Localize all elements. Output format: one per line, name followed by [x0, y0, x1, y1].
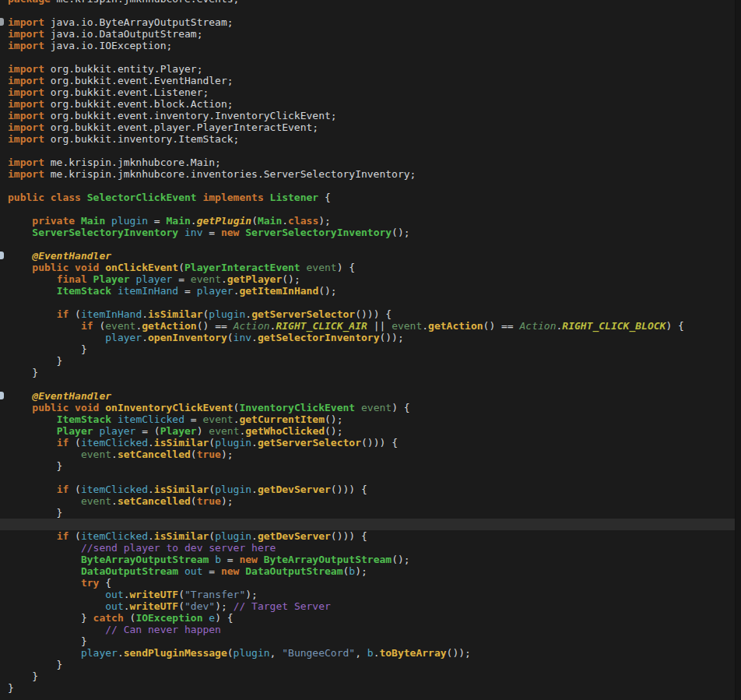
- code-token-com[interactable]: // Target Server: [234, 600, 331, 612]
- code-token-pl[interactable]: [8, 425, 57, 437]
- code-line[interactable]: import org.bukkit.event.Listener;: [8, 86, 735, 98]
- code-token-cls[interactable]: ServerSelectoryInventory: [32, 227, 178, 238]
- code-token-pl[interactable]: [8, 565, 81, 577]
- code-token-var[interactable]: plugin: [215, 530, 251, 542]
- code-line[interactable]: public void onClickEvent(PlayerInteractE…: [8, 262, 735, 273]
- code-token-pl[interactable]: [8, 390, 32, 402]
- code-token-prm[interactable]: event: [105, 320, 135, 332]
- code-token-pl[interactable]: (: [124, 612, 136, 624]
- code-token-prm[interactable]: event: [202, 413, 233, 425]
- code-token-cls[interactable]: ItemStack: [57, 413, 111, 425]
- code-token-pl[interactable]: );: [221, 495, 234, 507]
- code-token-pl[interactable]: ) {: [392, 402, 409, 413]
- code-token-pl[interactable]: );: [215, 600, 233, 612]
- code-token-pl[interactable]: ();: [282, 273, 300, 285]
- code-line[interactable]: @EventHandler: [8, 250, 735, 262]
- code-line[interactable]: }: [8, 507, 735, 519]
- code-line[interactable]: try {: [8, 577, 735, 589]
- code-line[interactable]: if (itemClicked.isSimilar(plugin.getDevS…: [8, 530, 735, 542]
- code-token-pl[interactable]: [75, 215, 81, 227]
- code-token-kw[interactable]: import: [8, 86, 44, 98]
- code-line[interactable]: [8, 180, 735, 192]
- code-token-mth[interactable]: getCurrentItem: [239, 413, 325, 425]
- code-line[interactable]: }: [8, 367, 735, 378]
- code-token-pl[interactable]: [8, 285, 57, 297]
- code-token-mth[interactable]: writeUTF: [130, 589, 179, 600]
- code-token-kw[interactable]: public void: [32, 262, 105, 273]
- code-token-pl[interactable]: ||: [367, 320, 392, 332]
- code-token-pl[interactable]: org.bukkit.inventory.ItemStack;: [44, 133, 239, 145]
- code-line[interactable]: DataOutputStream out = new DataOutputStr…: [8, 565, 735, 577]
- code-token-cls[interactable]: Player: [160, 425, 197, 437]
- code-token-kw[interactable]: try: [81, 577, 99, 589]
- code-token-pl[interactable]: .: [118, 647, 124, 659]
- code-token-pl[interactable]: {: [318, 192, 331, 203]
- code-token-pl[interactable]: ());: [379, 332, 403, 343]
- code-token-pl[interactable]: );: [245, 589, 258, 600]
- code-line[interactable]: [8, 378, 735, 390]
- code-token-pl[interactable]: ): [197, 425, 209, 437]
- code-line[interactable]: [8, 238, 735, 250]
- code-token-pl[interactable]: ())) {: [331, 484, 367, 495]
- code-token-mth[interactable]: getAction: [142, 320, 196, 332]
- code-token-pl[interactable]: .: [124, 600, 130, 612]
- code-line[interactable]: import java.io.DataOutputStream;: [8, 28, 735, 40]
- code-token-kw[interactable]: new: [221, 227, 239, 238]
- code-token-kw[interactable]: final: [57, 273, 87, 285]
- code-token-pl[interactable]: [111, 413, 118, 425]
- code-token-pl[interactable]: }: [8, 612, 93, 624]
- code-token-const[interactable]: RIGHT_CLICK_AIR: [276, 320, 367, 332]
- code-token-prm[interactable]: event: [81, 448, 111, 460]
- code-token-var[interactable]: out: [105, 600, 123, 612]
- code-token-mth[interactable]: getServerSelector: [258, 437, 361, 448]
- code-token-pl[interactable]: [8, 308, 57, 320]
- code-line[interactable]: }: [8, 635, 735, 647]
- code-token-pl[interactable]: [105, 215, 111, 227]
- code-token-prm[interactable]: event: [191, 273, 221, 285]
- code-token-pl[interactable]: }: [8, 682, 14, 694]
- code-line[interactable]: import org.bukkit.event.inventory.Invent…: [8, 110, 735, 121]
- code-token-kw[interactable]: new: [239, 554, 257, 565]
- code-token-kw[interactable]: import: [8, 28, 44, 40]
- code-token-kw[interactable]: class: [288, 215, 318, 227]
- code-token-pl[interactable]: .: [142, 308, 148, 320]
- code-token-clsi[interactable]: Action: [520, 320, 557, 332]
- code-line[interactable]: [8, 297, 735, 308]
- code-token-pl[interactable]: {: [99, 577, 111, 589]
- code-token-pl[interactable]: me.krispin.jmknhubcore.events;: [51, 0, 240, 5]
- code-editor[interactable]: package me.krispin.jmknhubcore.events;im…: [0, 0, 741, 700]
- code-token-pl[interactable]: =: [202, 227, 220, 238]
- code-token-var[interactable]: itemInHand: [118, 285, 178, 297]
- code-token-pl[interactable]: }: [8, 460, 62, 472]
- code-token-mth[interactable]: isSimilar: [154, 437, 209, 448]
- code-token-com[interactable]: //send player to dev server here: [81, 542, 276, 554]
- code-token-kw[interactable]: if: [57, 308, 69, 320]
- code-token-pl[interactable]: (: [68, 437, 81, 448]
- code-token-var[interactable]: player: [105, 332, 142, 343]
- code-line[interactable]: import org.bukkit.event.player.PlayerInt…: [8, 121, 735, 133]
- code-token-cls[interactable]: Main: [258, 215, 282, 227]
- code-token-pl[interactable]: [258, 554, 264, 565]
- code-token-kw[interactable]: if: [81, 320, 93, 332]
- code-token-pl[interactable]: [8, 227, 32, 238]
- code-token-var[interactable]: e: [209, 612, 215, 624]
- code-token-var[interactable]: itemClicked: [81, 484, 148, 495]
- code-token-pl[interactable]: org.bukkit.entity.Player;: [44, 63, 203, 75]
- code-token-pl[interactable]: (: [68, 530, 81, 542]
- code-line[interactable]: ServerSelectoryInventory inv = new Serve…: [8, 227, 735, 238]
- code-token-pl[interactable]: [111, 285, 118, 297]
- code-token-pl[interactable]: .: [124, 589, 130, 600]
- code-line[interactable]: import org.bukkit.entity.Player;: [8, 63, 735, 75]
- code-token-pl[interactable]: [8, 577, 81, 589]
- code-line[interactable]: ItemStack itemInHand = player.getItemInH…: [8, 285, 735, 297]
- code-token-pl[interactable]: [178, 227, 184, 238]
- code-token-cls[interactable]: InventoryClickEvent: [239, 402, 355, 413]
- code-token-kw[interactable]: import: [8, 133, 44, 145]
- code-token-pl[interactable]: (: [251, 215, 258, 227]
- code-token-mth[interactable]: sendPluginMessage: [124, 647, 227, 659]
- code-token-pl[interactable]: [8, 273, 57, 285]
- code-token-mth[interactable]: getWhoClicked: [245, 425, 325, 437]
- code-token-mth[interactable]: toByteArray: [379, 647, 446, 659]
- code-token-pl[interactable]: org.bukkit.event.block.Action;: [44, 98, 234, 110]
- code-token-pl[interactable]: java.io.ByteArrayOutputStream;: [44, 16, 234, 28]
